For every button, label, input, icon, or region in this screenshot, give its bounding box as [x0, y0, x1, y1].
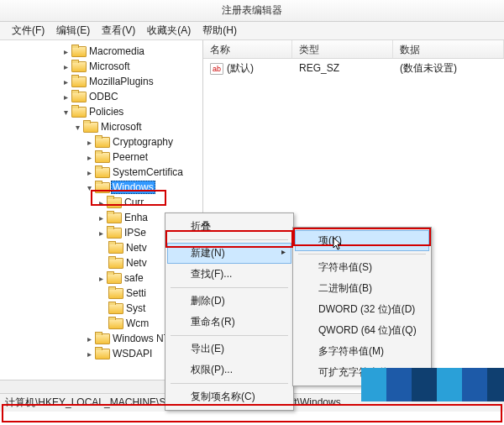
window-title: 注册表编辑器 — [222, 3, 282, 18]
folder-icon — [108, 302, 122, 314]
ctx-new-dword[interactable]: DWORD (32 位)值(D) — [295, 299, 429, 320]
expander-icon[interactable] — [84, 137, 94, 147]
submenu-arrow-icon: ▸ — [281, 247, 286, 256]
folder-icon — [107, 197, 120, 208]
tree-label: ODBC — [87, 91, 120, 102]
tree-row[interactable]: Peernet — [0, 150, 202, 165]
tree-label: safe — [123, 272, 145, 284]
tree-label: WSDAPI — [111, 348, 154, 359]
ctx-new-binary[interactable]: 二进制值(B) — [295, 278, 429, 299]
folder-icon — [83, 121, 97, 133]
expander-icon[interactable] — [84, 333, 94, 344]
folder-icon — [71, 91, 85, 102]
tree-label: Curr — [123, 197, 145, 208]
separator — [171, 239, 288, 240]
folder-icon — [108, 317, 122, 329]
column-type[interactable]: 类型 — [292, 40, 393, 58]
menu-view[interactable]: 查看(V) — [97, 22, 140, 39]
tree-label: IPSe — [123, 227, 148, 239]
expander-icon[interactable] — [60, 76, 71, 87]
tree-label: Peernet — [111, 151, 150, 163]
tree-row[interactable]: Microsoft — [0, 119, 202, 134]
tree-label: Microsoft — [99, 121, 144, 133]
value-row[interactable]: ab(默认) REG_SZ (数值未设置) — [203, 59, 504, 77]
ctx-new-multistring[interactable]: 多字符串值(M) — [295, 341, 429, 362]
redacted-region — [361, 368, 504, 401]
expander-icon[interactable] — [72, 122, 82, 132]
column-name[interactable]: 名称 — [203, 40, 292, 58]
folder-icon — [71, 76, 85, 87]
tree-label: Wcm — [124, 317, 150, 329]
menu-edit[interactable]: 编辑(E) — [51, 22, 95, 39]
tree-label: Microsoft — [87, 60, 132, 72]
ctx-delete[interactable]: 删除(D) — [167, 291, 291, 312]
ctx-find[interactable]: 查找(F)... — [167, 264, 291, 285]
tree-label: Enha — [123, 212, 150, 223]
tree-label: Policies — [87, 106, 125, 118]
tree-label: Macromedia — [87, 45, 146, 57]
folder-icon — [95, 151, 108, 163]
expander-icon[interactable] — [84, 167, 94, 177]
expander-icon[interactable] — [96, 197, 106, 207]
separator — [298, 254, 426, 254]
ctx-collapse[interactable]: 折叠 — [167, 216, 291, 237]
tree-row-selected[interactable]: Windows — [0, 180, 202, 195]
expander-icon[interactable] — [60, 107, 71, 117]
expander-icon[interactable] — [84, 152, 94, 162]
folder-icon — [107, 272, 120, 284]
expander-icon[interactable] — [60, 92, 71, 102]
separator — [171, 287, 288, 288]
folder-icon — [95, 166, 108, 178]
expander-icon[interactable] — [96, 273, 106, 283]
tree-label: Netv — [124, 242, 149, 254]
folder-icon — [107, 212, 120, 223]
ctx-new-qword[interactable]: QWORD (64 位)值(Q) — [295, 320, 429, 341]
expander-icon[interactable] — [60, 61, 71, 71]
ctx-new-key[interactable]: 项(K) — [295, 230, 429, 251]
title-bar: 注册表编辑器 — [0, 0, 504, 22]
tree-row[interactable]: Microsoft — [0, 59, 202, 74]
tree-row[interactable]: MozillaPlugins — [0, 74, 202, 89]
context-submenu-new: 项(K) 字符串值(S) 二进制值(B) DWORD (32 位)值(D) QW… — [292, 227, 432, 386]
expander-icon[interactable] — [96, 212, 106, 223]
folder-icon — [108, 257, 122, 269]
ctx-new[interactable]: 新建(N)▸ — [167, 243, 291, 264]
ctx-rename[interactable]: 重命名(R) — [167, 312, 291, 333]
folder-icon — [71, 106, 85, 118]
tree-row[interactable]: Curr — [0, 195, 202, 210]
column-data[interactable]: 数据 — [393, 40, 504, 58]
tree-row[interactable]: SystemCertifica — [0, 165, 202, 180]
value-data: (数值未设置) — [393, 61, 504, 76]
ctx-copy-key-name[interactable]: 复制项名称(C) — [167, 386, 291, 407]
tree-label: Cryptography — [111, 136, 175, 148]
tree-label: SystemCertifica — [111, 166, 185, 178]
tree-row[interactable]: ODBC — [0, 89, 202, 104]
menu-bar: 文件(F) 编辑(E) 查看(V) 收藏夹(A) 帮助(H) — [0, 22, 504, 40]
list-header: 名称 类型 数据 — [203, 40, 504, 59]
tree-label: MozillaPlugins — [87, 76, 155, 87]
tree-row[interactable]: Policies — [0, 104, 202, 119]
menu-favorites[interactable]: 收藏夹(A) — [142, 22, 196, 39]
ctx-new-string[interactable]: 字符串值(S) — [295, 257, 429, 278]
tree-label: Windows — [111, 181, 155, 194]
expander-icon[interactable] — [84, 349, 94, 359]
tree-row[interactable]: Macromedia — [0, 44, 202, 59]
folder-icon — [95, 181, 108, 193]
separator — [171, 383, 288, 384]
ctx-permissions[interactable]: 权限(P)... — [167, 359, 291, 380]
ctx-export[interactable]: 导出(E) — [167, 338, 291, 359]
folder-icon — [95, 348, 108, 359]
folder-icon — [107, 227, 120, 239]
expander-icon[interactable] — [96, 228, 106, 238]
expander-icon[interactable] — [84, 182, 94, 192]
tree-row[interactable]: Cryptography — [0, 134, 202, 150]
tree-label: Windows NT — [111, 333, 171, 344]
value-name-cell: ab(默认) — [203, 61, 292, 76]
ctx-new-label: 新建(N) — [191, 247, 225, 259]
expander-icon[interactable] — [60, 46, 71, 56]
tree-label: Netv — [124, 257, 149, 269]
menu-file[interactable]: 文件(F) — [7, 22, 50, 39]
folder-icon — [108, 287, 122, 299]
menu-help[interactable]: 帮助(H) — [197, 22, 242, 39]
folder-icon — [108, 242, 122, 254]
